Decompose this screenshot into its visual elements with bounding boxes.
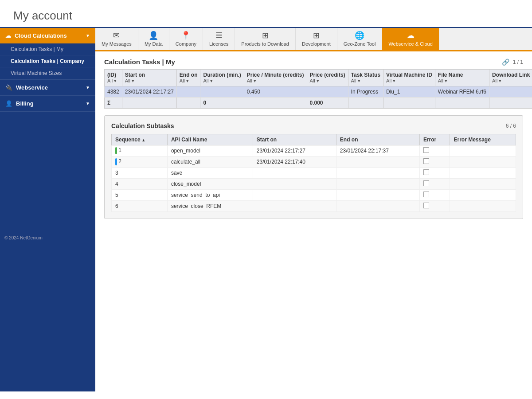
sidebar-item-vm-sizes[interactable]: Virtual Machine Sizes [0,67,95,79]
calc-tasks-title: Calculation Tasks | My [104,58,175,66]
sub-cell-end [336,190,419,201]
cell-vm-id: Dlu_1 [383,86,435,98]
sidebar-item-calc-tasks-my[interactable]: Calculation Tasks | My [0,43,95,55]
sub-cell-end [336,168,419,179]
nav-company[interactable]: 📍 Company [169,28,203,50]
col-file-name: File NameAll ▾ [435,70,489,86]
sub-cell-error [419,201,450,212]
nav-products-to-download[interactable]: ⊞ Products to Download [235,28,296,50]
error-checkbox[interactable] [423,192,429,197]
subtasks-title: Calculation Subtasks [111,122,174,129]
cloud-calculations-header[interactable]: ☁ Cloud Calculations ▼ [0,28,95,43]
sub-cell-error [419,179,450,190]
calc-tasks-table: (ID)All ▾ Start onAll ▾ End onAll ▾ Dura… [104,69,532,109]
billing-label: Billing [16,100,34,107]
nav-products-label: Products to Download [241,41,289,47]
subtasks-header: Calculation Subtasks 6 / 6 [111,122,516,129]
sub-cell-api: close_model [167,179,253,190]
nav-webservice-cloud[interactable]: ☁ Webservice & Cloud [382,28,439,50]
collapse-arrow-icon: ▼ [86,33,90,38]
nav-my-data-label: My Data [145,41,163,47]
status-indicator-green [115,147,117,154]
subtasks-pagination: 6 / 6 [506,123,516,129]
webservice-header[interactable]: 🔌 Webservice ▼ [0,80,95,95]
nav-my-messages[interactable]: ✉ My Messages [95,28,138,50]
sub-cell-api: open_model [167,145,253,156]
col-task-status: Task StatusAll ▾ [348,70,383,86]
nav-geo-zone-tool[interactable]: 🌐 Geo-Zone Tool [337,28,383,50]
page-header: My account [0,0,532,28]
sub-cell-error-msg [450,179,516,190]
table-row[interactable]: 4382 23/01/2024 22:17:27 0.450 In Progre… [105,86,532,98]
cloud-icon: ☁ [5,32,11,39]
nav-my-messages-label: My Messages [102,41,132,47]
copyright: © 2024 NetGenium [4,235,43,240]
cell-download-link [489,86,532,98]
subtasks-table: Sequence API Call Name Start on End on E… [111,134,516,212]
sub-cell-seq: 1 [112,145,168,156]
calc-tasks-pagination: 🔗 1 / 1 [502,59,523,66]
cloud-calculations-section: ☁ Cloud Calculations ▼ Calculation Tasks… [0,28,95,80]
licenses-icon: ☰ [215,31,223,39]
col-download-link: Download LinkAll ▾ [489,70,532,86]
link-icon: 🔗 [502,59,509,66]
content-area: Calculation Tasks | My 🔗 1 / 1 (ID)All ▾… [95,51,532,391]
sub-col-sequence: Sequence [112,134,168,145]
nav-development[interactable]: ⊞ Development [296,28,337,50]
error-checkbox[interactable] [423,147,429,153]
error-checkbox[interactable] [423,158,429,164]
sub-cell-seq: 4 [112,179,168,190]
sub-cell-error [419,145,450,156]
top-nav: ✉ My Messages 👤 My Data 📍 Company ☰ Lice… [95,28,532,51]
list-item[interactable]: 1 open_model 23/01/2024 22:17:27 23/01/2… [112,145,516,156]
sub-col-error-msg: Error Message [450,134,516,145]
sub-cell-seq: 5 [112,190,168,201]
sub-col-error: Error [419,134,450,145]
sub-cell-api: service_close_RFEM [167,201,253,212]
sub-cell-end [336,179,419,190]
cell-start: 23/01/2024 22:17:27 [122,86,176,98]
sub-cell-start [253,201,336,212]
sub-cell-end [336,201,419,212]
list-item[interactable]: 6 service_close_RFEM [112,201,516,212]
status-indicator-blue [115,158,117,165]
sub-col-start: Start on [253,134,336,145]
error-checkbox[interactable] [423,203,429,208]
billing-header[interactable]: 👤 Billing ▼ [0,96,95,111]
sub-cell-error-msg [450,190,516,201]
development-icon: ⊞ [313,31,320,39]
list-item[interactable]: 5 service_send_to_api [112,190,516,201]
nav-company-label: Company [176,41,196,47]
cell-file-name: Webinar RFEM 6.rf6 [435,86,489,98]
sub-cell-api: save [167,168,253,179]
nav-my-data[interactable]: 👤 My Data [138,28,169,50]
sub-cell-error [419,156,450,168]
nav-licenses-label: Licenses [209,41,228,47]
col-start-on: Start onAll ▾ [122,70,176,86]
sum-label: Σ [105,98,122,109]
sub-cell-start [253,190,336,201]
messages-icon: ✉ [113,31,120,39]
globe-icon: 🌐 [355,31,364,39]
sub-cell-start: 23/01/2024 22:17:40 [253,156,336,168]
col-price-per-min: Price / Minute (credits)All ▾ [244,70,307,86]
list-item[interactable]: 4 close_model [112,179,516,190]
col-id: (ID)All ▾ [105,70,122,86]
error-checkbox[interactable] [423,180,429,186]
col-duration: Duration (min.)All ▾ [200,70,244,86]
person-icon: 👤 [149,31,158,39]
sum-duration: 0 [200,98,244,109]
nav-development-label: Development [302,41,331,47]
error-checkbox[interactable] [423,169,429,175]
nav-licenses[interactable]: ☰ Licenses [203,28,235,50]
sub-cell-end [336,156,419,168]
list-item[interactable]: 3 save [112,168,516,179]
sidebar-item-calc-tasks-company[interactable]: Calculation Tasks | Company [0,55,95,67]
sub-cell-error [419,190,450,201]
list-item[interactable]: 2 calculate_all 23/01/2024 22:17:40 [112,156,516,168]
cell-end [176,86,200,98]
main-content: ✉ My Messages 👤 My Data 📍 Company ☰ Lice… [95,28,532,391]
sub-cell-start [253,168,336,179]
sub-cell-seq: 6 [112,201,168,212]
cloud-calculations-label: Cloud Calculations [15,32,67,39]
